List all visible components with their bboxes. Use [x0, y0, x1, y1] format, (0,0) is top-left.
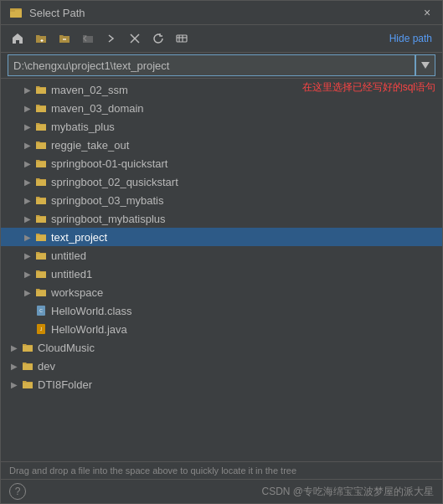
folder-icon: [34, 285, 48, 299]
tree-item-helloworld-java[interactable]: ▶ J HelloWorld.java: [1, 320, 442, 338]
toolbar: Hide path: [1, 25, 442, 53]
tree-item-untitled1[interactable]: ▶ untitled1: [1, 265, 442, 283]
folder-icon: [34, 230, 48, 244]
item-label: HelloWorld.java: [51, 323, 127, 336]
item-label: untitled: [51, 249, 86, 262]
svg-rect-5: [177, 35, 187, 42]
folder-icon: [34, 267, 48, 280]
file-tree: ▶ maven_02_ssm ▶ maven_03_domain ▶: [1, 79, 442, 461]
svg-marker-9: [421, 62, 430, 69]
folder-icon: [21, 378, 34, 391]
dialog-title: Select Path: [29, 7, 85, 19]
status-bar: Drag and drop a file into the space abov…: [1, 461, 442, 479]
item-label: maven_02_ssm: [51, 84, 128, 96]
java-file-icon: J: [34, 322, 48, 336]
expand-arrow[interactable]: ▶: [21, 193, 34, 207]
item-label: HelloWorld.class: [51, 305, 132, 317]
item-label: springboot_02_qusickstart: [51, 176, 178, 188]
close-button[interactable]: ×: [420, 6, 434, 19]
svg-rect-2: [10, 8, 15, 12]
tree-item[interactable]: ▶ springboot_03_mybatis: [1, 191, 442, 209]
item-label: DTI8Folder: [38, 378, 92, 391]
folder-icon: [34, 120, 48, 133]
tree-item[interactable]: ▶ mybatis_plus: [1, 117, 442, 136]
expand-arrow[interactable]: ▶: [21, 230, 34, 244]
folder-icon: [21, 341, 34, 354]
item-label: workspace: [51, 286, 103, 299]
toolbar-buttons: [8, 28, 192, 49]
tree-item-text-project[interactable]: ▶ text_project: [1, 228, 442, 246]
title-bar: Select Path ×: [1, 1, 442, 25]
hide-path-button[interactable]: Hide path: [386, 31, 435, 46]
folder-icon: [34, 249, 48, 262]
tree-item[interactable]: ▶ maven_03_domain: [1, 99, 442, 117]
svg-text:C: C: [39, 308, 43, 313]
bottom-bar: ? CSDN @专吃海绵宝宝波梦屋的派大星: [1, 479, 442, 503]
delete-button[interactable]: [125, 28, 145, 49]
tree-item-untitled[interactable]: ▶ untitled: [1, 246, 442, 265]
item-label: CloudMusic: [38, 342, 95, 354]
expand-arrow[interactable]: ▶: [21, 175, 34, 188]
path-input[interactable]: [8, 54, 415, 76]
help-button[interactable]: ?: [9, 483, 26, 500]
expand-arrow[interactable]: ▶: [21, 83, 34, 96]
folder-icon: [34, 193, 48, 207]
folder-icon: [34, 138, 48, 152]
item-label: untitled1: [51, 268, 92, 280]
settings-button[interactable]: [172, 28, 192, 49]
drag-drop-hint: Drag and drop a file into the space abov…: [9, 465, 296, 476]
home-button[interactable]: [8, 28, 28, 49]
class-file-icon: C: [34, 304, 48, 317]
tree-item[interactable]: ▶ springboot_mybatisplus: [1, 209, 442, 228]
expand-arrow[interactable]: ▶: [21, 157, 34, 170]
expand-arrow[interactable]: ▶: [21, 120, 34, 133]
tree-item-dev[interactable]: ▶ dev: [1, 357, 442, 375]
browse-folder-button[interactable]: [54, 28, 75, 49]
folder-icon: [21, 359, 34, 373]
item-label: text_project: [51, 231, 107, 244]
tree-item[interactable]: ▶ reggie_take_out: [1, 136, 442, 154]
item-label: dev: [38, 360, 55, 373]
select-path-dialog: Select Path ×: [0, 0, 443, 504]
refresh-button[interactable]: [148, 28, 168, 49]
expand-arrow[interactable]: ▶: [8, 378, 21, 391]
folder-icon: [34, 157, 48, 170]
item-label: reggie_take_out: [51, 139, 129, 152]
tree-item-workspace[interactable]: ▶ workspace: [1, 283, 442, 301]
tree-item[interactable]: ▶ springboot-01-quickstart: [1, 154, 442, 172]
expand-arrow[interactable]: ▶: [21, 101, 34, 115]
item-label: maven_03_domain: [51, 102, 144, 115]
tree-item-cloudmusic[interactable]: ▶ CloudMusic: [1, 338, 442, 357]
expand-arrow[interactable]: ▶: [8, 359, 21, 373]
tree-item-dti8folder[interactable]: ▶ DTI8Folder: [1, 375, 442, 393]
tree-item-helloworld-class[interactable]: ▶ C HelloWorld.class: [1, 301, 442, 320]
title-bar-left: Select Path: [9, 6, 85, 19]
hint-text: 在这里选择已经写好的sql语句: [302, 80, 435, 95]
new-folder-button[interactable]: [31, 28, 51, 49]
item-label: mybatis_plus: [51, 121, 115, 133]
back-button[interactable]: [78, 28, 98, 49]
expand-arrow[interactable]: ▶: [21, 249, 34, 262]
folder-icon: [34, 175, 48, 188]
expand-arrow[interactable]: ▶: [21, 267, 34, 280]
path-row: [1, 53, 442, 79]
folder-icon: [34, 212, 48, 225]
tree-item[interactable]: ▶ springboot_02_qusickstart: [1, 172, 442, 191]
item-label: springboot_mybatisplus: [51, 213, 166, 225]
folder-icon: [34, 83, 48, 96]
dialog-icon: [9, 6, 23, 19]
path-dropdown-button[interactable]: [415, 54, 435, 76]
expand-arrow[interactable]: ▶: [21, 212, 34, 225]
watermark-text: CSDN @专吃海绵宝宝波梦屋的派大星: [261, 485, 434, 499]
expand-arrow[interactable]: ▶: [21, 138, 34, 152]
expand-arrow[interactable]: ▶: [21, 285, 34, 299]
folder-icon: [34, 101, 48, 115]
forward-button[interactable]: [101, 28, 121, 49]
expand-arrow[interactable]: ▶: [8, 341, 21, 354]
item-label: springboot_03_mybatis: [51, 194, 163, 207]
item-label: springboot-01-quickstart: [51, 157, 167, 170]
